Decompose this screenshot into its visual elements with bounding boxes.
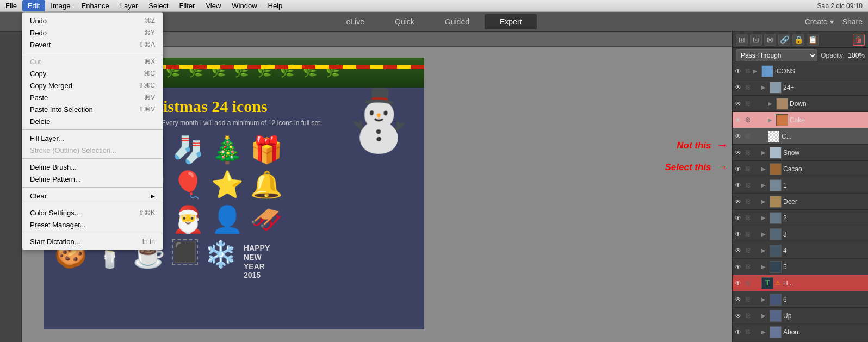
- layer-row-down[interactable]: 👁 ⛓ ▶ Down: [733, 96, 868, 112]
- layer-icon-5[interactable]: 🔒: [792, 34, 804, 46]
- menu-copy-merged[interactable]: Copy Merged ⇧⌘C: [22, 79, 163, 91]
- menu-preset-manager[interactable]: Preset Manager...: [22, 219, 163, 231]
- expand-icon-13[interactable]: ▶: [761, 296, 768, 302]
- menu-help[interactable]: Help: [263, 0, 288, 11]
- expand-icon-2[interactable]: ▶: [761, 84, 768, 90]
- blend-mode-select[interactable]: Pass Through: [736, 49, 817, 61]
- layer-icon-2[interactable]: ⊡: [750, 34, 762, 46]
- menu-clear[interactable]: Clear: [22, 190, 163, 202]
- expand-icon-7[interactable]: ▶: [761, 182, 768, 188]
- eye-icon-12[interactable]: 👁: [735, 247, 743, 254]
- layer-row-3[interactable]: 👁 ⛓ ▶ 3: [733, 226, 868, 242]
- create-button[interactable]: Create ▾: [805, 17, 834, 26]
- menu-edit[interactable]: Edit: [22, 0, 45, 11]
- eye-icon-10[interactable]: 👁: [735, 214, 743, 222]
- eye-icon-15[interactable]: 👁: [735, 296, 743, 303]
- layer-row-6[interactable]: 👁 ⛓ ▶ 6: [733, 291, 868, 308]
- layer-row-1[interactable]: 👁 ⛓ ▶ 1: [733, 177, 868, 194]
- menu-undo[interactable]: Undo ⌘Z: [22, 15, 163, 27]
- expand-icon-11[interactable]: ▶: [761, 247, 768, 253]
- layer-row-24plus[interactable]: 👁 ⛓ ▶ 24+: [733, 79, 868, 96]
- layer-name-cake: Cake: [790, 116, 866, 124]
- layer-icon-3[interactable]: ⊠: [764, 34, 776, 46]
- expand-icon-4[interactable]: ▶: [768, 117, 774, 123]
- layer-row-icons[interactable]: 👁 ⛓ ▶ iCONS: [733, 63, 868, 79]
- eye-icon-13[interactable]: 👁: [735, 263, 743, 271]
- menu-color-settings[interactable]: Color Settings... ⇧⌘K: [22, 207, 163, 219]
- eye-icon-17[interactable]: 👁: [735, 328, 743, 336]
- eye-icon-9[interactable]: 👁: [735, 198, 743, 206]
- layer-thumb-h: T: [761, 277, 773, 289]
- menu-revert[interactable]: Revert ⇧⌘A: [22, 39, 163, 51]
- layer-icon-4[interactable]: 🔗: [778, 34, 790, 46]
- share-button[interactable]: Share: [842, 17, 863, 26]
- eye-icon-14[interactable]: 👁: [735, 279, 743, 287]
- copy-label: Copy: [30, 70, 46, 78]
- expand-icon-3[interactable]: ▶: [768, 101, 774, 107]
- eye-icon-16[interactable]: 👁: [735, 312, 743, 320]
- expand-icon-14[interactable]: ▶: [761, 313, 768, 319]
- layer-row-h[interactable]: 👁 ⛓ T ⚠ H...: [733, 275, 868, 291]
- expand-icon-8[interactable]: ▶: [761, 198, 768, 204]
- layer-row-4[interactable]: 👁 ⛓ ▶ 4: [733, 242, 868, 259]
- menu-paste-into[interactable]: Paste Into Selection ⇧⌘V: [22, 103, 163, 115]
- color-settings-label: Color Settings...: [30, 209, 80, 217]
- layer-row-cake[interactable]: 👁 ⛓ ▶ Cake: [733, 112, 868, 128]
- layer-icon-1[interactable]: ⊞: [736, 34, 748, 46]
- layer-row-2[interactable]: 👁 ⛓ ▶ 2: [733, 210, 868, 226]
- tab-quick[interactable]: Quick: [380, 14, 430, 29]
- menu-image[interactable]: Image: [45, 0, 76, 11]
- eye-icon[interactable]: 👁: [735, 67, 743, 75]
- layer-thumb-snow: [770, 147, 782, 159]
- eye-icon-11[interactable]: 👁: [735, 231, 743, 238]
- tab-guided[interactable]: Guided: [430, 14, 485, 29]
- menu-delete[interactable]: Delete: [22, 115, 163, 127]
- eye-icon-4[interactable]: 👁: [735, 116, 743, 124]
- eye-icon-7[interactable]: 👁: [735, 165, 743, 173]
- menu-paste[interactable]: Paste ⌘V: [22, 91, 163, 103]
- eye-icon-8[interactable]: 👁: [735, 182, 743, 189]
- layer-icon-6[interactable]: 📋: [807, 34, 819, 46]
- expand-icon-5[interactable]: ▶: [761, 150, 768, 156]
- menu-clock: Sab 2 dic 09:10: [817, 2, 863, 10]
- cut-label: Cut: [30, 58, 41, 66]
- expand-icon-12[interactable]: ▶: [761, 264, 768, 270]
- menu-define-pattern[interactable]: Define Pattern...: [22, 173, 163, 185]
- menu-fill-layer[interactable]: Fill Layer...: [22, 132, 163, 144]
- eye-icon-6[interactable]: 👁: [735, 149, 743, 157]
- menu-redo[interactable]: Redo ⌘Y: [22, 27, 163, 39]
- layer-delete-button[interactable]: 🗑: [853, 34, 865, 46]
- layer-row-5[interactable]: 👁 ⛓ ▶ 5: [733, 259, 868, 275]
- menu-copy[interactable]: Copy ⌘C: [22, 67, 163, 79]
- eye-icon-3[interactable]: 👁: [735, 100, 743, 108]
- menu-file[interactable]: File: [0, 0, 22, 11]
- menu-window[interactable]: Window: [226, 0, 262, 11]
- layer-row-snow[interactable]: 👁 ⛓ ▶ Snow: [733, 145, 868, 161]
- layer-row-about[interactable]: 👁 ⛓ ▶ About: [733, 324, 868, 340]
- menu-start-dictation[interactable]: Start Dictation... fn fn: [22, 235, 163, 247]
- menu-filter[interactable]: Filter: [174, 0, 201, 11]
- tab-expert[interactable]: Expert: [485, 14, 537, 29]
- expand-icon-10[interactable]: ▶: [761, 231, 768, 237]
- menu-select[interactable]: Select: [143, 0, 173, 11]
- chain-icon-6: ⛓: [745, 150, 752, 156]
- eye-icon-5[interactable]: 👁: [735, 133, 743, 140]
- icon-sleigh: 🛷: [250, 204, 283, 235]
- menu-define-brush[interactable]: Define Brush...: [22, 161, 163, 173]
- menu-layer[interactable]: Layer: [115, 0, 144, 11]
- tab-elive[interactable]: eLive: [331, 14, 380, 29]
- menu-view[interactable]: View: [200, 0, 226, 11]
- expand-icon-15[interactable]: ▶: [761, 329, 768, 335]
- expand-icon-9[interactable]: ▶: [761, 215, 768, 221]
- layer-row-up[interactable]: 👁 ⛓ ▶ Up: [733, 308, 868, 324]
- expand-icon-6[interactable]: ▶: [761, 166, 768, 172]
- layer-row-deer[interactable]: 👁 ⛓ ▶ Deer: [733, 194, 868, 210]
- layer-name-1: 1: [783, 182, 866, 189]
- menu-enhance[interactable]: Enhance: [76, 0, 115, 11]
- sep-3: [22, 158, 163, 159]
- layer-row-c[interactable]: 👁 ⛓ C...: [733, 128, 868, 145]
- layer-row-cacao[interactable]: 👁 ⛓ ▶ Cacao: [733, 161, 868, 177]
- eye-icon-2[interactable]: 👁: [735, 84, 743, 91]
- expand-icon[interactable]: ▶: [753, 68, 760, 74]
- dictation-label: Start Dictation...: [30, 238, 80, 246]
